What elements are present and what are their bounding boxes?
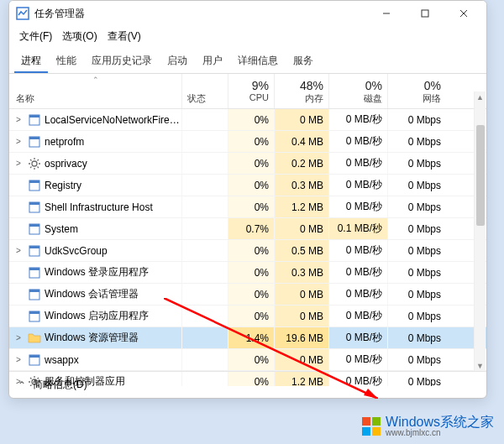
table-row[interactable]: Windows 会话管理器0%0 MB0 MB/秒0 Mbps [9,284,486,306]
status-cell [181,349,228,370]
expander-icon[interactable]: > [13,333,24,342]
menu-options[interactable]: 选项(O) [59,28,100,45]
name-cell: >wsappx [9,353,181,367]
watermark-text: Windows系统之家 www.bjmlxc.cn [386,415,494,437]
expander-icon[interactable]: > [13,355,24,364]
cpu-cell: 0% [228,349,274,370]
col-name-label: 名称 [16,92,34,105]
status-cell [181,240,228,261]
name-cell: Registry [9,179,181,192]
cpu-cell: 0.7% [228,218,274,239]
expander-icon[interactable]: > [13,137,24,146]
gear-icon [28,157,41,170]
scroll-down-button[interactable]: ▼ [475,360,486,372]
sort-indicator-icon: ⌃ [92,76,99,84]
watermark: Windows系统之家 www.bjmlxc.cn [362,415,494,437]
process-name: Windows 会话管理器 [45,287,139,301]
network-cell: 0 Mbps [387,349,446,370]
memory-cell: 0 MB [274,109,328,130]
svg-rect-19 [29,180,39,183]
tab-startup[interactable]: 启动 [160,50,194,73]
chevron-up-icon[interactable]: ⌃ [18,379,26,391]
minimize-button[interactable] [367,1,406,26]
disk-cell: 0.1 MB/秒 [328,218,387,239]
network-cell: 0 Mbps [387,109,446,130]
app-icon [28,244,41,258]
menu-file[interactable]: 文件(F) [16,28,55,45]
svg-rect-65 [362,427,370,436]
svg-line-17 [38,159,39,161]
table-row[interactable]: >wsappx0%0 MB0 MB/秒0 Mbps [9,349,486,371]
col-status[interactable]: 状态 [181,74,228,108]
disk-cell: 0 MB/秒 [328,284,387,305]
cpu-cell: 0% [228,262,274,283]
fewer-details-link[interactable]: 简略信息(D) [33,378,87,392]
svg-rect-25 [29,246,39,248]
col-name[interactable]: ⌃ 名称 [9,74,181,108]
app-icon [28,113,41,127]
name-cell: Shell Infrastructure Host [9,201,181,214]
status-cell [181,262,228,283]
table-row[interactable]: >Windows 资源管理器1.4%19.6 MB0 MB/秒0 Mbps [9,327,486,349]
app-icon [28,135,41,149]
network-cell: 0 Mbps [387,327,446,348]
svg-rect-66 [372,427,381,436]
table-row[interactable]: Registry0%0.3 MB0 MB/秒0 Mbps [9,175,486,196]
expander-icon[interactable]: > [13,159,24,168]
status-cell [181,175,228,196]
vertical-scrollbar[interactable]: ▲ ▼ [474,91,486,372]
cpu-cell: 1.4% [228,327,274,348]
expander-icon[interactable]: > [13,115,24,124]
tab-details[interactable]: 详细信息 [231,50,285,73]
table-row[interactable]: >netprofm0%0.4 MB0 MB/秒0 Mbps [9,131,486,153]
scroll-up-button[interactable]: ▲ [475,91,486,103]
table-row[interactable]: >osprivacy0%0.2 MB0 MB/秒0 Mbps [9,153,486,175]
scroll-thumb[interactable] [476,125,485,226]
process-name: System [45,223,78,235]
expander-icon[interactable]: > [13,246,24,255]
net-label: 网络 [393,92,441,105]
tab-processes[interactable]: 进程 [14,50,48,73]
folder-icon [28,332,41,345]
network-cell: 0 Mbps [387,153,446,174]
svg-rect-8 [29,137,39,139]
process-list[interactable]: >LocalServiceNoNetworkFirew...0%0 MB0 MB… [9,109,486,386]
name-cell: Windows 会话管理器 [9,287,181,301]
table-row[interactable]: >UdkSvcGroup0%0.5 MB0 MB/秒0 Mbps [9,240,486,262]
name-cell: Windows 登录应用程序 [9,265,181,279]
disk-cell: 0 MB/秒 [328,306,387,326]
svg-point-9 [32,161,37,166]
window-controls [367,1,483,26]
col-disk[interactable]: 0% 磁盘 [328,74,387,108]
svg-rect-33 [29,355,39,358]
cpu-usage-pct: 9% [234,79,269,92]
tab-performance[interactable]: 性能 [50,50,83,73]
process-name: Windows 登录应用程序 [45,265,149,279]
disk-usage-pct: 0% [334,79,382,92]
titlebar[interactable]: 任务管理器 [9,1,486,26]
tab-services[interactable]: 服务 [286,50,320,73]
svg-rect-31 [29,311,39,314]
col-memory[interactable]: 48% 内存 [274,74,328,108]
app-icon [28,266,41,279]
process-name: LocalServiceNoNetworkFirew... [45,114,181,126]
col-cpu[interactable]: 9% CPU [228,74,274,108]
table-row[interactable]: Windows 登录应用程序0%0.3 MB0 MB/秒0 Mbps [9,262,486,284]
table-row[interactable]: System0.7%0 MB0.1 MB/秒0 Mbps [9,218,486,240]
disk-cell: 0 MB/秒 [328,109,387,130]
cpu-label: CPU [234,92,269,102]
network-cell: 0 Mbps [387,218,446,239]
col-network[interactable]: 0% 网络 [387,74,446,108]
table-row[interactable]: >LocalServiceNoNetworkFirew...0%0 MB0 MB… [9,109,486,131]
menu-view[interactable]: 查看(V) [104,28,144,45]
maximize-button[interactable] [406,1,444,26]
memory-cell: 0.2 MB [274,153,328,174]
close-button[interactable] [444,1,483,26]
tab-users[interactable]: 用户 [196,50,229,73]
table-row[interactable]: Windows 启动应用程序0%0 MB0 MB/秒0 Mbps [9,306,486,327]
status-cell [181,109,228,130]
table-row[interactable]: Shell Infrastructure Host0%1.2 MB0 MB/秒0… [9,196,486,218]
tab-app-history[interactable]: 应用历史记录 [85,50,159,73]
disk-cell: 0 MB/秒 [328,131,387,152]
status-cell [181,284,228,305]
